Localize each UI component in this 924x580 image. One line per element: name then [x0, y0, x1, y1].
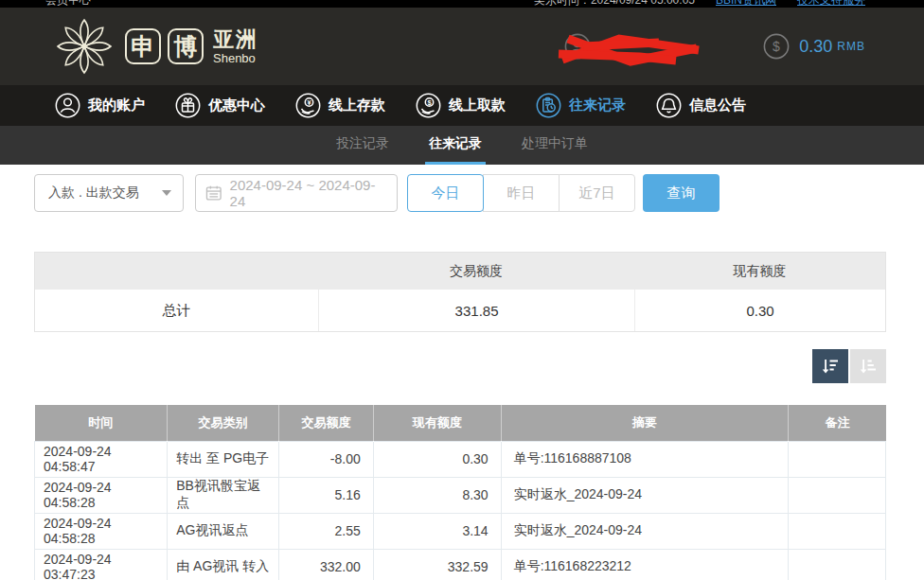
yesterday-button[interactable]: 昨日: [483, 174, 560, 212]
table-row: 2024-09-24 04:58:28 BB视讯骰宝返点 5.16 8.30 实…: [35, 477, 886, 513]
brand-bar: 申 博 亚洲 Shenbo: [0, 8, 924, 85]
summary-header-transaction: 交易额度: [318, 253, 634, 290]
logo-region-text: 亚洲 Shenbo: [213, 29, 258, 64]
nav-announcements[interactable]: 信息公告: [656, 93, 746, 118]
header-current-balance[interactable]: 现有额度: [373, 405, 501, 441]
nav-my-account[interactable]: 我的账户: [55, 93, 145, 118]
logo-char-box: 博: [168, 28, 204, 64]
lotus-flower-icon: [55, 17, 114, 76]
svg-text:$: $: [773, 39, 780, 54]
calendar-icon: [205, 185, 222, 202]
cell-balance: 0.30: [373, 441, 501, 477]
cell-note: [789, 441, 886, 477]
user-icon: [55, 93, 80, 118]
cell-amount: -8.00: [279, 441, 374, 477]
cell-time: 2024-09-24 04:58:28: [35, 477, 168, 513]
cell-type: BB视讯骰宝返点: [168, 477, 279, 513]
summary-total-label: 总计: [35, 290, 318, 331]
bbin-news-link[interactable]: BBIN资讯网: [716, 0, 776, 8]
cell-summary: 单号:116168223212: [501, 549, 789, 580]
header-transaction-amount[interactable]: 交易额度: [279, 405, 374, 441]
cell-amount: 5.16: [279, 477, 374, 513]
quick-date-group: 今日 昨日 近7日: [407, 174, 635, 212]
account-balance-area: $ 0.30 RMB: [564, 29, 865, 63]
cell-summary: 实时返水_2024-09-24: [501, 513, 789, 549]
server-time: 美东时间：2024/09/24 05:00:05: [534, 0, 695, 8]
summary-header-empty: [35, 253, 318, 290]
summary-transaction-total: 331.85: [318, 290, 634, 331]
summary-table: 交易额度 现有额度 总计 331.85 0.30: [34, 252, 886, 332]
nav-deposit[interactable]: ¥ 线上存款: [295, 93, 385, 118]
withdraw-icon: $: [416, 93, 441, 118]
summary-header-balance: 现有额度: [634, 253, 885, 290]
cell-type: AG视讯返点: [168, 513, 279, 549]
table-row: 2024-09-24 04:58:47 转出 至 PG电子 -8.00 0.30…: [35, 441, 886, 477]
nav-transaction-records[interactable]: 往来记录: [536, 93, 626, 118]
last7days-button[interactable]: 近7日: [559, 174, 635, 212]
summary-total-row: 总计 331.85 0.30: [35, 290, 885, 331]
tab-transaction-records[interactable]: 往来记录: [425, 126, 486, 165]
cell-type: 转出 至 PG电子: [168, 441, 279, 477]
cell-type: 由 AG视讯 转入: [168, 549, 279, 580]
table-row: 2024-09-24 03:47:23 由 AG视讯 转入 332.00 332…: [35, 549, 886, 580]
main-nav: 我的账户 优惠中心 ¥ 线上存款 $ 线上取款 往来记录: [0, 85, 924, 126]
search-button[interactable]: 查询: [643, 174, 720, 212]
cell-balance: 8.30: [373, 477, 501, 513]
header-summary[interactable]: 摘要: [501, 405, 789, 441]
cell-time: 2024-09-24 04:58:28: [35, 513, 168, 549]
tech-support-link[interactable]: 技术支持服务: [797, 0, 865, 8]
records-header-row: 时间 交易类别 交易额度 现有额度 摘要 备注: [35, 405, 886, 441]
cell-note: [789, 549, 886, 580]
table-row: 2024-09-24 04:58:28 AG视讯返点 2.55 3.14 实时返…: [35, 513, 886, 549]
member-center-link[interactable]: 会员中心: [45, 0, 91, 8]
header-note[interactable]: 备注: [789, 405, 886, 441]
cell-amount: 332.00: [279, 549, 374, 580]
logo-char-box: 申: [125, 28, 161, 64]
deposit-icon: ¥: [295, 93, 321, 118]
chevron-down-icon: [162, 190, 171, 196]
sort-descending-icon: [821, 357, 840, 376]
balance-currency: RMB: [837, 40, 865, 53]
date-range-input[interactable]: 2024-09-24 ~ 2024-09-24: [195, 174, 398, 212]
records-icon: [536, 93, 561, 118]
cell-note: [789, 477, 886, 513]
cell-time: 2024-09-24 04:58:47: [35, 441, 168, 477]
transaction-records-table: 时间 交易类别 交易额度 现有额度 摘要 备注 2024-09-24 04:58…: [34, 405, 886, 580]
cell-balance: 3.14: [373, 513, 501, 549]
top-utility-bar: 会员中心 美东时间：2024/09/24 05:00:05 BBIN资讯网 技术…: [0, 0, 924, 8]
bell-icon: [656, 93, 682, 118]
summary-current-balance: 0.30: [634, 290, 885, 331]
shenbo-logo[interactable]: 申 博 亚洲 Shenbo: [55, 17, 258, 76]
record-subtabs: 投注记录 往来记录 处理中订单: [0, 126, 924, 165]
nav-withdraw[interactable]: $ 线上取款: [416, 93, 506, 118]
today-button[interactable]: 今日: [407, 174, 484, 212]
header-transaction-type[interactable]: 交易类别: [168, 405, 279, 441]
sort-ascending-icon: [859, 357, 878, 376]
cell-amount: 2.55: [279, 513, 374, 549]
balance-amount: 0.30: [799, 37, 832, 57]
tab-pending-orders[interactable]: 处理中订单: [518, 126, 592, 165]
filter-bar: 入款 . 出款交易 2024-09-24 ~ 2024-09-24 今日 昨日 …: [34, 174, 886, 212]
sort-ascending-button[interactable]: [850, 349, 886, 383]
username-chip[interactable]: [564, 29, 723, 63]
transaction-type-select[interactable]: 入款 . 出款交易: [34, 174, 184, 212]
balance-display[interactable]: $ 0.30 RMB: [763, 33, 865, 60]
cell-note: [789, 513, 886, 549]
cell-time: 2024-09-24 03:47:23: [35, 549, 168, 580]
cell-summary: 单号:116168887108: [501, 441, 789, 477]
summary-header-row: 交易额度 现有额度: [35, 253, 885, 290]
tab-betting-records[interactable]: 投注记录: [332, 126, 393, 165]
sort-controls: [34, 349, 886, 383]
redaction-scribble: [555, 31, 706, 69]
content-area: 入款 . 出款交易 2024-09-24 ~ 2024-09-24 今日 昨日 …: [0, 165, 924, 580]
cell-balance: 332.59: [373, 549, 501, 580]
nav-promotions[interactable]: 优惠中心: [175, 93, 265, 118]
cell-summary: 实时返水_2024-09-24: [501, 477, 789, 513]
sort-descending-button[interactable]: [812, 349, 848, 383]
gift-icon: [175, 93, 201, 118]
header-time[interactable]: 时间: [35, 405, 168, 441]
dollar-coin-icon: $: [763, 33, 790, 60]
